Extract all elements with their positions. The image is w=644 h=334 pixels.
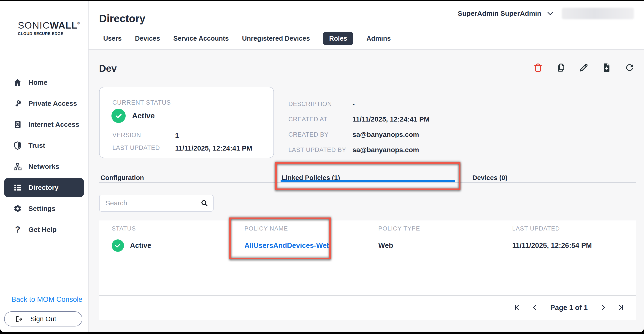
row-status-text: Active — [130, 241, 151, 250]
key-icon — [13, 99, 22, 108]
copy-icon — [556, 63, 566, 73]
logo-wall-text: WALL — [50, 20, 77, 31]
sidebar-item-networks[interactable]: Networks — [4, 156, 84, 177]
sidebar-item-label: Networks — [28, 163, 59, 170]
current-status-value: Active — [112, 109, 155, 123]
table-empty-space — [99, 254, 636, 296]
document-download-icon — [602, 63, 612, 73]
tab-service-accounts[interactable]: Service Accounts — [173, 32, 229, 45]
sidebar-item-label: Directory — [28, 184, 58, 191]
user-menu[interactable]: SuperAdmin SuperAdmin — [458, 8, 634, 19]
version-row: VERSION 1 — [112, 132, 179, 139]
tab-users[interactable]: Users — [103, 32, 122, 45]
sign-out-icon — [15, 316, 22, 323]
home-icon — [13, 78, 22, 87]
last-updated-row: LAST UPDATED 11/11/2025, 12:24:41 PM — [112, 144, 252, 152]
chevron-left-icon — [531, 304, 538, 311]
delete-button[interactable] — [533, 63, 543, 73]
last-page-button[interactable] — [617, 304, 625, 312]
sonicwall-logo: SONICWALL® CLOUD SECURE EDGE — [18, 20, 88, 36]
role-details: DESCRIPTION - CREATED AT 11/11/2025, 12:… — [288, 100, 430, 154]
pencil-icon — [579, 63, 589, 73]
sidebar-item-settings[interactable]: Settings — [4, 198, 84, 219]
last-updated-value: 11/11/2025, 12:24:41 PM — [175, 144, 252, 152]
table-header: STATUS POLICY NAME POLICY TYPE LAST UPDA… — [99, 220, 636, 237]
column-status: STATUS — [112, 225, 244, 232]
app-window: SONICWALL® CLOUD SECURE EDGE Home Privat… — [0, 1, 644, 332]
row-last-updated: 11/11/2025, 12:26:54 PM — [512, 241, 636, 250]
chevron-down-icon — [546, 9, 554, 17]
copy-button[interactable] — [556, 63, 566, 73]
current-status-label: CURRENT STATUS — [112, 99, 171, 106]
gear-icon — [13, 204, 22, 213]
edit-button[interactable] — [578, 63, 589, 73]
main-area: Directory Users Devices Service Accounts… — [88, 1, 644, 332]
first-page-button[interactable] — [513, 304, 521, 312]
annotation-box-linked-policies — [275, 162, 460, 190]
directory-list-icon — [13, 183, 22, 192]
search-input[interactable] — [99, 195, 214, 211]
tab-unregistered-devices[interactable]: Unregistered Devices — [242, 32, 310, 45]
status-text: Active — [132, 112, 155, 120]
last-page-icon — [617, 304, 624, 311]
created-by-label: CREATED BY — [288, 131, 352, 138]
next-page-button[interactable] — [599, 304, 607, 312]
version-label: VERSION — [112, 132, 175, 139]
tab-devices[interactable]: Devices (0) — [472, 174, 507, 182]
table-row[interactable]: Active AllUsersAndDevices-Web Web 11/11/… — [99, 237, 636, 254]
sidebar-bottom: Back to MOM Console Sign Out — [0, 295, 88, 332]
tab-roles[interactable]: Roles — [323, 32, 353, 45]
user-name: SuperAdmin SuperAdmin — [458, 9, 541, 17]
sidebar-item-label: Get Help — [28, 226, 56, 233]
created-at-label: CREATED AT — [288, 116, 352, 123]
registered-mark: ® — [77, 21, 80, 25]
refresh-icon — [624, 63, 634, 73]
logo-wordmark: SONICWALL® — [18, 20, 88, 31]
version-value: 1 — [175, 132, 179, 139]
internet-access-icon — [13, 120, 22, 129]
annotation-box-policy-name — [229, 217, 331, 259]
trash-icon — [533, 63, 543, 73]
first-page-icon — [513, 304, 521, 311]
sidebar-item-get-help[interactable]: ? Get Help — [4, 219, 84, 240]
content-area: Dev CURRENT STATUS — [88, 50, 644, 332]
created-by-value: sa@banyanops.com — [352, 131, 430, 139]
sign-out-button[interactable]: Sign Out — [4, 311, 82, 327]
sidebar-item-trust[interactable]: Trust — [4, 135, 84, 156]
tab-devices[interactable]: Devices — [135, 32, 160, 45]
question-mark-icon: ? — [13, 225, 22, 234]
page-title: Directory — [99, 12, 145, 25]
sidebar: SONICWALL® CLOUD SECURE EDGE Home Privat… — [0, 1, 88, 332]
search-bar — [99, 195, 214, 211]
role-name-heading: Dev — [99, 63, 117, 74]
status-card: CURRENT STATUS Active VERSION 1 LAST UPD… — [99, 87, 274, 158]
download-button[interactable] — [602, 63, 612, 73]
row-status-cell: Active — [112, 239, 244, 252]
previous-page-button[interactable] — [531, 304, 539, 312]
sidebar-item-home[interactable]: Home — [4, 72, 84, 93]
search-icon[interactable] — [200, 199, 208, 207]
topbar: Directory Users Devices Service Accounts… — [88, 1, 644, 50]
page-indicator: Page 1 of 1 — [550, 304, 588, 312]
redacted-account-info — [562, 8, 634, 19]
logo-sonic-text: SONIC — [18, 20, 50, 31]
tab-configuration[interactable]: Configuration — [100, 174, 144, 182]
last-updated-label: LAST UPDATED — [112, 144, 175, 152]
sidebar-item-directory[interactable]: Directory — [4, 178, 84, 197]
refresh-button[interactable] — [624, 63, 635, 73]
sidebar-item-private-access[interactable]: Private Access — [4, 93, 84, 114]
back-to-mom-link[interactable]: Back to MOM Console — [12, 295, 88, 304]
description-value: - — [352, 100, 430, 108]
logo-subtitle: CLOUD SECURE EDGE — [18, 31, 88, 36]
status-check-icon — [112, 109, 126, 123]
sidebar-item-label: Settings — [28, 205, 56, 212]
tab-admins[interactable]: Admins — [366, 32, 391, 45]
created-at-value: 11/11/2025, 12:24:41 PM — [352, 115, 430, 123]
last-updated-by-label: LAST UPDATED BY — [288, 147, 352, 154]
sidebar-item-internet-access[interactable]: Internet Access — [4, 114, 84, 135]
role-action-icons — [533, 63, 635, 73]
sidebar-item-label: Private Access — [28, 100, 77, 107]
last-updated-by-value: sa@banyanops.com — [352, 146, 430, 154]
sign-out-label: Sign Out — [30, 315, 56, 323]
row-policy-type: Web — [378, 241, 512, 250]
